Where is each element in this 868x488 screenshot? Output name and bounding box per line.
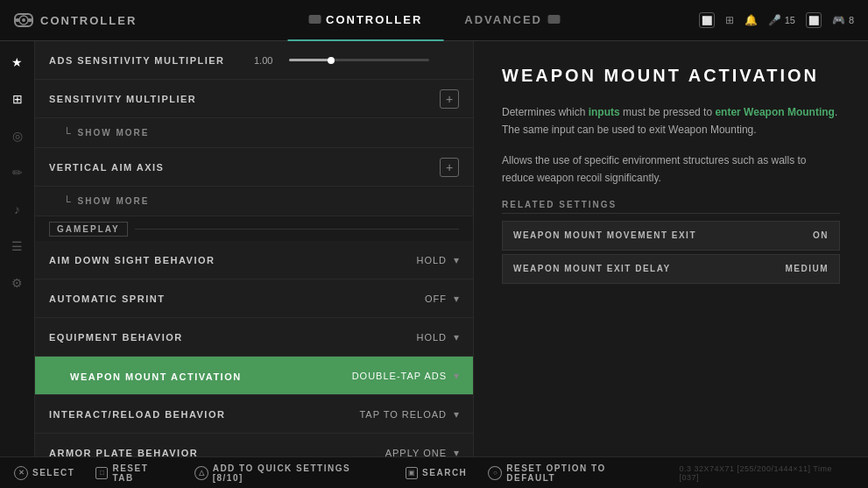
svg-rect-3 xyxy=(28,18,32,22)
vertical-aim-label: VERTICAL AIM AXIS xyxy=(49,162,433,173)
svg-point-1 xyxy=(22,18,25,22)
equipment-behavior-value: HOLD xyxy=(416,332,447,343)
related-setting-value-1: MEDIUM xyxy=(785,264,839,273)
bottom-action-reset-tab[interactable]: □ RESET TAB xyxy=(95,463,173,483)
related-setting-value-0: ON xyxy=(813,230,839,240)
bottom-action-reset-option[interactable]: ○ RESET OPTION TO DEFAULT xyxy=(488,463,658,483)
automatic-sprint-value: OFF xyxy=(425,294,447,304)
ads-slider-container: 1.00 xyxy=(254,55,459,66)
armor-plate-chevron: ▾ xyxy=(454,447,459,457)
right-panel: WEAPON MOUNT ACTIVATION Determines which… xyxy=(473,41,868,456)
version-text: 0.3 32X74X71 [255/200/1444×11] Time [037… xyxy=(680,464,854,482)
setting-weapon-mount-activation[interactable]: ✕ WEAPON MOUNT ACTIVATION DOUBLE-TAP ADS… xyxy=(35,357,473,395)
ads-slider-fill xyxy=(289,59,331,61)
ads-slider-track[interactable] xyxy=(289,59,429,61)
mic-icon: 🎤 xyxy=(768,14,781,26)
add-quick-icon: △ xyxy=(194,466,208,480)
mic-stat: 🎤 15 xyxy=(768,14,795,26)
related-setting-0[interactable]: WEAPON MOUNT MOVEMENT EXIT ON xyxy=(502,221,840,251)
bottom-action-search[interactable]: ▣ SEARCH xyxy=(406,467,467,479)
page-title: CONTROLLER xyxy=(40,14,137,27)
content-panel: ADS SENSITIVITY MULTIPLIER 1.00 SENSITIV… xyxy=(35,41,473,456)
bottom-bar: ✕ SELECT □ RESET TAB △ ADD TO QUICK SETT… xyxy=(0,456,868,488)
weapon-mount-icon: ✕ xyxy=(49,369,61,383)
sidebar: ★ ⊞ ◎ ✏ ♪ ☰ ⚙ xyxy=(0,41,35,456)
enter-mount-highlight: enter Weapon Mounting xyxy=(715,106,834,118)
setting-aim-down-sight[interactable]: AIM DOWN SIGHT BEHAVIOR HOLD ▾ xyxy=(35,241,473,279)
related-settings-header: RELATED SETTINGS xyxy=(502,200,840,214)
equipment-behavior-chevron: ▾ xyxy=(454,331,459,343)
interact-reload-value: TAP TO RELOAD xyxy=(359,409,447,420)
interact-reload-label: INTERACT/RELOAD BEHAVIOR xyxy=(49,409,359,420)
ads-slider-value: 1.00 xyxy=(254,55,282,66)
setting-automatic-sprint[interactable]: AUTOMATIC SPRINT OFF ▾ xyxy=(35,279,473,318)
weapon-mount-value: DOUBLE-TAP ADS xyxy=(352,371,447,381)
setting-interact-reload[interactable]: INTERACT/RELOAD BEHAVIOR TAP TO RELOAD ▾ xyxy=(35,395,473,434)
ads-slider-thumb[interactable] xyxy=(328,57,335,64)
add-quick-label: ADD TO QUICK SETTINGS [8/10] xyxy=(213,463,385,483)
section-line xyxy=(135,229,459,230)
sidebar-item-edit[interactable]: ✏ xyxy=(7,162,28,183)
related-setting-label-1: WEAPON MOUNT EXIT DELAY xyxy=(503,264,785,273)
sidebar-item-menu[interactable]: ☰ xyxy=(7,236,28,257)
setting-armor-plate[interactable]: ARMOR PLATE BEHAVIOR APPLY ONE ▾ xyxy=(35,434,473,456)
reset-option-label: RESET OPTION TO DEFAULT xyxy=(506,463,658,483)
top-bar: CONTROLLER CONTROLLER ADVANCED ⬜ ⊞ 🔔 🎤 1… xyxy=(0,0,868,41)
bottom-action-select[interactable]: ✕ SELECT xyxy=(14,466,74,480)
controller-stat: 🎮 8 xyxy=(832,14,854,26)
show-more-icon-2: └ xyxy=(63,195,71,208)
setting-sensitivity-multiplier[interactable]: SENSITIVITY MULTIPLIER + xyxy=(35,80,473,118)
sidebar-item-person[interactable]: ⚙ xyxy=(7,272,28,294)
vertical-aim-add-button[interactable]: + xyxy=(440,158,459,177)
ctrl-icon: 🎮 xyxy=(832,14,845,26)
advanced-tab-icon xyxy=(547,15,560,24)
interact-reload-chevron: ▾ xyxy=(454,408,459,421)
main-layout: ★ ⊞ ◎ ✏ ♪ ☰ ⚙ ADS SENSITIVITY MULTIPLIER… xyxy=(0,41,868,456)
aim-down-sight-label: AIM DOWN SIGHT BEHAVIOR xyxy=(49,255,416,265)
ads-sensitivity-label: ADS SENSITIVITY MULTIPLIER xyxy=(49,55,254,66)
bell-stat: 🔔 xyxy=(745,14,758,26)
related-setting-1[interactable]: WEAPON MOUNT EXIT DELAY MEDIUM xyxy=(502,254,840,284)
sidebar-item-crosshair[interactable]: ◎ xyxy=(7,125,28,146)
right-panel-desc2: Allows the use of specific environment s… xyxy=(502,152,840,187)
sidebar-item-gamepad[interactable]: ⊞ xyxy=(7,88,28,110)
grid-stat: ⊞ xyxy=(725,14,734,26)
weapon-mount-chevron: ▾ xyxy=(454,370,459,382)
inputs-highlight: inputs xyxy=(589,106,620,118)
battery-icon-box: ⬜ xyxy=(699,12,715,28)
setting-vertical-aim[interactable]: VERTICAL AIM AXIS + xyxy=(35,148,473,187)
controller-icon xyxy=(14,13,33,27)
tab-controller[interactable]: CONTROLLER xyxy=(287,0,443,41)
sidebar-item-star[interactable]: ★ xyxy=(7,52,28,73)
search-icon: ▣ xyxy=(406,467,418,479)
profile-icon-box: ⬜ xyxy=(806,12,822,28)
settings-section-top: ADS SENSITIVITY MULTIPLIER 1.00 SENSITIV… xyxy=(35,41,473,456)
show-more-label-1: SHOW MORE xyxy=(78,128,150,138)
related-setting-label-0: WEAPON MOUNT MOVEMENT EXIT xyxy=(503,230,813,240)
reset-tab-label: RESET TAB xyxy=(112,463,173,483)
grid-icon: ⊞ xyxy=(725,14,734,26)
gameplay-label: GAMEPLAY xyxy=(49,222,128,237)
armor-plate-value: APPLY ONE xyxy=(385,448,447,457)
reset-tab-icon: □ xyxy=(95,467,108,479)
sensitivity-add-button[interactable]: + xyxy=(440,89,459,109)
show-more-icon-1: └ xyxy=(63,127,71,139)
setting-ads-sensitivity[interactable]: ADS SENSITIVITY MULTIPLIER 1.00 xyxy=(35,41,473,80)
select-icon: ✕ xyxy=(14,466,28,480)
sidebar-item-volume[interactable]: ♪ xyxy=(7,199,28,220)
bottom-action-add-quick[interactable]: △ ADD TO QUICK SETTINGS [8/10] xyxy=(194,463,385,483)
reset-option-icon: ○ xyxy=(488,466,502,480)
search-label: SEARCH xyxy=(422,468,467,477)
tab-advanced[interactable]: ADVANCED xyxy=(443,0,581,41)
weapon-mount-label: ✕ WEAPON MOUNT ACTIVATION xyxy=(49,369,352,383)
setting-equipment-behavior[interactable]: EQUIPMENT BEHAVIOR HOLD ▾ xyxy=(35,318,473,357)
automatic-sprint-chevron: ▾ xyxy=(454,293,459,305)
sensitivity-multiplier-label: SENSITIVITY MULTIPLIER xyxy=(49,94,433,104)
equipment-behavior-label: EQUIPMENT BEHAVIOR xyxy=(49,332,416,343)
show-more-sensitivity[interactable]: └ SHOW MORE xyxy=(35,118,473,148)
show-more-vertical-aim[interactable]: └ SHOW MORE xyxy=(35,187,473,216)
right-panel-title: WEAPON MOUNT ACTIVATION xyxy=(502,66,840,86)
armor-plate-label: ARMOR PLATE BEHAVIOR xyxy=(49,448,385,457)
select-label: SELECT xyxy=(32,468,74,477)
aim-down-sight-chevron: ▾ xyxy=(454,254,459,266)
